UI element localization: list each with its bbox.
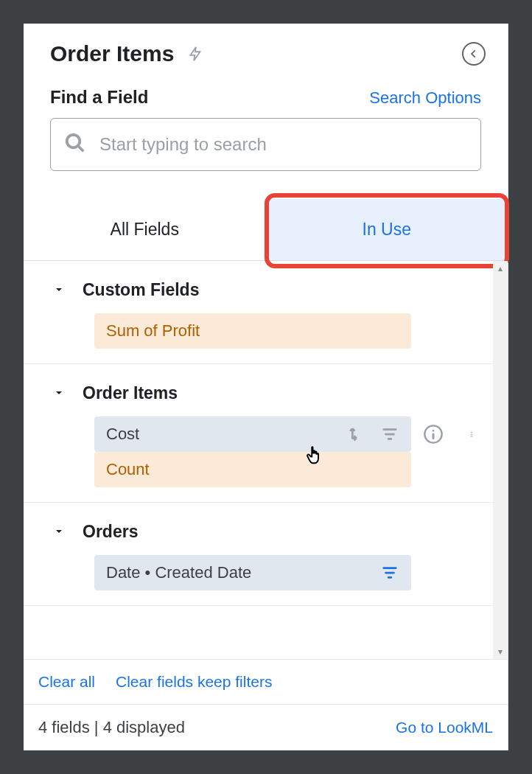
search-box[interactable]: [50, 118, 481, 171]
chevron-down-icon: [53, 387, 65, 400]
field-count[interactable]: Count: [94, 452, 411, 487]
panel-header: Order Items: [24, 24, 508, 72]
scroll-down-arrow[interactable]: ▾: [493, 644, 508, 659]
scroll-up-arrow[interactable]: ▴: [493, 261, 508, 276]
clear-fields-keep-filters-link[interactable]: Clear fields keep filters: [116, 673, 272, 691]
chevron-down-icon: [53, 526, 65, 539]
field-label: Count: [106, 460, 150, 479]
go-to-lookml-link[interactable]: Go to LookML: [396, 719, 493, 736]
svg-point-3: [471, 433, 472, 435]
panel-title: Order Items: [50, 41, 174, 66]
status-bar: 4 fields | 4 displayed Go to LookML: [24, 704, 508, 750]
svg-point-2: [471, 432, 472, 433]
search-input[interactable]: [99, 134, 467, 155]
group-custom-fields: Custom Fields Sum of Profit: [24, 261, 508, 364]
group-orders: Orders Date • Created Date: [24, 503, 508, 606]
filter-icon[interactable]: [380, 426, 399, 442]
field-tabs: All Fields In Use: [24, 199, 508, 261]
field-created-date[interactable]: Date • Created Date: [94, 555, 411, 590]
field-label: Date • Created Date: [106, 563, 251, 582]
chevron-down-icon: [53, 284, 65, 297]
field-label: Sum of Profit: [106, 321, 200, 341]
field-count-status: 4 fields | 4 displayed: [38, 718, 185, 737]
search-icon: [64, 132, 86, 157]
lightning-icon: [187, 43, 203, 65]
group-title: Orders: [83, 522, 138, 542]
tab-in-use[interactable]: In Use: [266, 199, 508, 260]
group-order-items: Order Items Cost: [24, 364, 508, 503]
filter-active-icon[interactable]: [380, 565, 399, 581]
svg-point-0: [67, 135, 80, 148]
collapse-button[interactable]: [462, 42, 486, 66]
tab-all-fields[interactable]: All Fields: [24, 199, 266, 260]
search-section: Find a Field Search Options: [24, 72, 508, 184]
clear-all-link[interactable]: Clear all: [38, 673, 95, 691]
find-field-label: Find a Field: [50, 87, 148, 108]
field-cost[interactable]: Cost: [94, 416, 411, 452]
bottom-actions: Clear all Clear fields keep filters: [24, 659, 508, 704]
group-title: Order Items: [83, 383, 178, 403]
svg-point-4: [471, 436, 472, 437]
group-header[interactable]: Orders: [38, 522, 484, 542]
group-header[interactable]: Custom Fields: [38, 280, 484, 300]
group-header[interactable]: Order Items: [38, 383, 484, 403]
field-picker-panel: Order Items Find a Field Search Options …: [24, 24, 508, 750]
search-options-link[interactable]: Search Options: [369, 88, 481, 108]
info-icon[interactable]: [423, 424, 444, 444]
group-title: Custom Fields: [83, 280, 199, 300]
field-sum-of-profit[interactable]: Sum of Profit: [94, 313, 411, 349]
field-list: ▴ ▾ Custom Fields Sum of Profit: [24, 261, 508, 659]
more-icon[interactable]: [469, 425, 475, 444]
scrollbar-track[interactable]: [493, 276, 508, 644]
pivot-icon[interactable]: [349, 425, 368, 444]
field-label: Cost: [106, 425, 139, 444]
